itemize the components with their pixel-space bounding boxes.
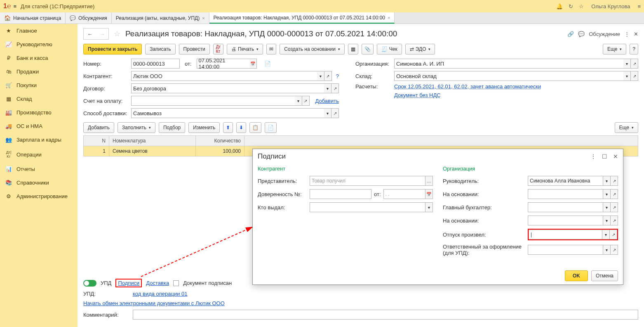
- print-button[interactable]: 🖨Печать▾: [227, 44, 263, 54]
- dropdown-icon[interactable]: ▾: [324, 83, 331, 93]
- favorite-star-icon[interactable]: ☆: [114, 29, 120, 38]
- ruk-input[interactable]: Симонова Алла Ивановна: [528, 176, 603, 186]
- sidebar-item-sales[interactable]: 🛍Продажи: [0, 65, 78, 78]
- link-icon[interactable]: 🔗: [567, 31, 574, 37]
- related-button[interactable]: ▦: [348, 44, 358, 54]
- gb-input[interactable]: [528, 202, 603, 212]
- dialog-close-icon[interactable]: ✕: [613, 153, 618, 160]
- help-icon[interactable]: ?: [336, 73, 339, 79]
- tbl-fill-button[interactable]: Заполнить▾: [118, 122, 155, 133]
- ok-button[interactable]: OK: [565, 270, 588, 281]
- nav-back-button[interactable]: ←: [84, 28, 96, 39]
- sidebar-item-admin[interactable]: ⚙Администрирование: [0, 190, 78, 203]
- bell-icon[interactable]: 🔔: [556, 3, 563, 9]
- date-input[interactable]: 07.05.2021 14:00:00: [197, 59, 249, 69]
- calendar-icon[interactable]: 📅: [249, 59, 257, 69]
- dropdown-icon[interactable]: ▾: [623, 71, 631, 81]
- resp-input[interactable]: [528, 245, 603, 255]
- upd-code-link[interactable]: код вида операции 01: [133, 291, 188, 297]
- edo-button[interactable]: ⇄ЭДО▾: [405, 44, 435, 54]
- star-icon[interactable]: ☆: [579, 3, 584, 9]
- kebab-icon[interactable]: ⋮: [624, 31, 630, 37]
- calendar-icon[interactable]: 📅: [425, 189, 433, 199]
- dov-date-input[interactable]: . .: [383, 189, 425, 199]
- open-icon[interactable]: ↗: [611, 216, 618, 225]
- tab-realization-doc[interactable]: Реализация товаров: Накладная, УПД 0000-…: [209, 12, 395, 24]
- otp-input[interactable]: |: [529, 230, 602, 239]
- sidebar-item-assets[interactable]: 🚚ОС и НМА: [0, 119, 78, 133]
- tbl-add-button[interactable]: Добавить: [83, 122, 114, 133]
- nav-forward-button[interactable]: →: [96, 28, 108, 39]
- open-icon[interactable]: ↗: [610, 230, 617, 239]
- dropdown-icon[interactable]: ▾: [295, 96, 302, 106]
- add-invoice-link[interactable]: Добавить: [315, 98, 339, 104]
- dropdown-icon[interactable]: ▾: [603, 189, 611, 199]
- attach-button[interactable]: 📎: [362, 44, 374, 54]
- sidebar-item-refs[interactable]: 📚Справочники: [0, 176, 78, 190]
- number-input[interactable]: 0000-000013: [131, 59, 180, 69]
- sidebar-item-bank[interactable]: ₽Банк и касса: [0, 51, 78, 65]
- cancel-button[interactable]: Отмена: [591, 270, 618, 281]
- tbl-change-button[interactable]: Изменить: [188, 122, 220, 133]
- contract-input[interactable]: Без договора: [131, 83, 324, 93]
- signed-checkbox[interactable]: [173, 280, 179, 286]
- who-input[interactable]: [310, 202, 425, 212]
- dropdown-icon[interactable]: ▾: [425, 202, 433, 212]
- paste-button[interactable]: 📄: [265, 122, 277, 133]
- dropdown-icon[interactable]: ▾: [603, 176, 611, 186]
- sidebar-item-warehouse[interactable]: ▦Склад: [0, 92, 78, 106]
- sidebar-item-main[interactable]: ★Главное: [0, 24, 78, 38]
- dialog-kebab-icon[interactable]: ⋮: [590, 153, 596, 160]
- mail-button[interactable]: ✉: [266, 44, 276, 54]
- dialog-max-icon[interactable]: ☐: [602, 153, 607, 160]
- close-icon[interactable]: ×: [202, 16, 204, 21]
- move-down-button[interactable]: ⬇: [236, 122, 246, 133]
- delivery-link[interactable]: Доставка: [146, 280, 169, 286]
- post-button[interactable]: Провести: [179, 44, 210, 54]
- dropdown-icon[interactable]: ▾: [317, 71, 324, 81]
- dropdown-icon[interactable]: ▾: [603, 202, 611, 212]
- open-icon[interactable]: ↗: [331, 108, 339, 118]
- sidebar-item-manager[interactable]: 📈Руководителю: [0, 38, 78, 51]
- write-button[interactable]: Записать: [145, 44, 175, 54]
- tab-realization-list[interactable]: Реализация (акты, накладные, УПД)×: [112, 12, 209, 24]
- contragent-input[interactable]: Лютик ООО: [131, 71, 317, 81]
- copy-button[interactable]: 📋: [249, 122, 261, 133]
- discuss-link[interactable]: Обсуждение: [589, 31, 620, 37]
- open-icon[interactable]: ↗: [611, 202, 618, 212]
- open-icon[interactable]: ↗: [302, 96, 310, 106]
- sidebar-item-hr[interactable]: 👥Зарплата и кадры: [0, 133, 78, 147]
- user-name[interactable]: Ольга Круглова: [591, 3, 630, 9]
- dropdown-icon[interactable]: ▾: [602, 230, 610, 239]
- open-icon[interactable]: ↗: [611, 189, 618, 199]
- sidebar-item-operations[interactable]: Дт|КтОперации: [0, 147, 78, 162]
- delivery-method-input[interactable]: Самовывоз: [131, 108, 324, 118]
- menu-lines-icon[interactable]: ≡: [637, 3, 641, 9]
- sidebar-item-purchases[interactable]: 🛒Покупки: [0, 78, 78, 92]
- create-based-button[interactable]: Создать на основании▾: [280, 44, 345, 54]
- more-button[interactable]: Еще▾: [603, 44, 626, 54]
- sidebar-item-reports[interactable]: 📊Отчеты: [0, 162, 78, 176]
- tbl-more-button[interactable]: Еще▾: [615, 122, 638, 133]
- open-icon[interactable]: ↗: [631, 71, 638, 81]
- rep-input[interactable]: Товар получил: [310, 176, 425, 186]
- open-icon[interactable]: ↗: [611, 176, 618, 186]
- osn1-input[interactable]: [528, 189, 603, 199]
- hamburger-icon[interactable]: ≡: [14, 3, 17, 9]
- help-button[interactable]: ?: [630, 44, 638, 54]
- start-edo-link[interactable]: Начать обмен электронными документами с …: [83, 300, 225, 306]
- sidebar-item-production[interactable]: 🏭Производство: [0, 106, 78, 119]
- org-input[interactable]: Симонова А. И. ИП: [394, 59, 623, 69]
- invoice-input[interactable]: [131, 96, 295, 106]
- tab-discussions[interactable]: 💬Обсуждения: [66, 12, 112, 24]
- open-icon[interactable]: ↗: [611, 245, 618, 255]
- close-icon[interactable]: ×: [388, 15, 390, 20]
- signatures-link[interactable]: Подписи: [115, 279, 142, 287]
- ellipsis-icon[interactable]: …: [425, 176, 433, 186]
- dropdown-icon[interactable]: ▾: [324, 108, 331, 118]
- open-icon[interactable]: ↗: [331, 83, 339, 93]
- nds-link[interactable]: Документ без НДС: [394, 92, 441, 98]
- close-doc-icon[interactable]: ✕: [634, 31, 638, 37]
- dtkt-button[interactable]: ДтКт: [213, 44, 223, 54]
- warehouse-input[interactable]: Основной склад: [394, 71, 623, 81]
